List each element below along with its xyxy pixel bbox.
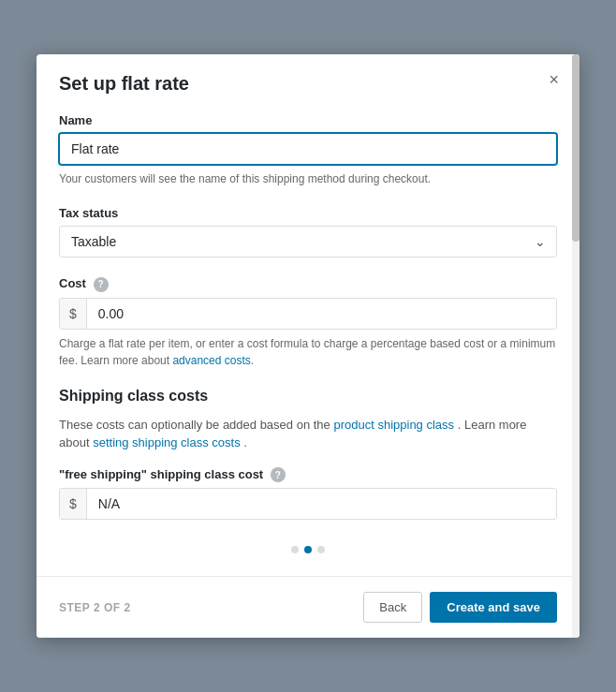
free-shipping-input-wrapper: $ bbox=[59, 488, 557, 520]
modal-header: Set up flat rate × bbox=[37, 54, 579, 95]
free-shipping-field-group: "free shipping" shipping class cost ? $ bbox=[59, 467, 557, 521]
cost-hint: Charge a flat rate per item, or enter a … bbox=[59, 335, 557, 369]
back-button[interactable]: Back bbox=[363, 592, 422, 623]
name-field-group: Name Your customers will see the name of… bbox=[59, 113, 557, 187]
create-and-save-button[interactable]: Create and save bbox=[430, 592, 557, 623]
product-shipping-class-link[interactable]: product shipping class bbox=[333, 418, 454, 432]
scroll-dot-2 bbox=[304, 546, 312, 553]
cost-label: Cost ? bbox=[59, 276, 557, 292]
modal-title: Set up flat rate bbox=[59, 73, 557, 95]
free-shipping-input[interactable] bbox=[87, 489, 556, 519]
advanced-costs-link[interactable]: advanced costs bbox=[172, 354, 250, 367]
cost-input[interactable] bbox=[87, 299, 556, 329]
name-hint: Your customers will see the name of this… bbox=[59, 170, 557, 187]
close-button[interactable]: × bbox=[543, 69, 565, 90]
free-shipping-help-icon[interactable]: ? bbox=[271, 467, 286, 482]
scroll-dot-3 bbox=[317, 546, 325, 553]
footer-buttons: Back Create and save bbox=[363, 592, 557, 623]
scroll-dot-1 bbox=[291, 546, 299, 553]
name-input[interactable] bbox=[59, 133, 557, 165]
tax-status-label: Tax status bbox=[59, 206, 557, 220]
step-label: STEP 2 OF 2 bbox=[59, 601, 131, 614]
scrollbar-track[interactable] bbox=[572, 54, 579, 638]
shipping-class-desc: These costs can optionally be added base… bbox=[59, 416, 557, 452]
tax-status-field-group: Tax status Taxable None ⌄ bbox=[59, 206, 557, 258]
modal-body: Name Your customers will see the name of… bbox=[37, 95, 579, 576]
free-shipping-label: "free shipping" shipping class cost ? bbox=[59, 467, 557, 483]
setting-shipping-class-costs-link[interactable]: setting shipping class costs bbox=[93, 435, 241, 449]
cost-help-icon[interactable]: ? bbox=[94, 277, 109, 292]
scroll-indicator bbox=[59, 538, 557, 557]
shipping-class-section: Shipping class costs These costs can opt… bbox=[59, 388, 557, 521]
modal-footer: STEP 2 OF 2 Back Create and save bbox=[37, 576, 579, 638]
cost-field-group: Cost ? $ Charge a flat rate per item, or… bbox=[59, 276, 557, 369]
tax-status-select[interactable]: Taxable None bbox=[59, 226, 557, 258]
setup-modal: Set up flat rate × Name Your customers w… bbox=[37, 54, 579, 638]
shipping-class-title: Shipping class costs bbox=[59, 388, 557, 405]
tax-status-select-wrapper: Taxable None ⌄ bbox=[59, 226, 557, 258]
cost-prefix: $ bbox=[60, 299, 87, 329]
name-label: Name bbox=[59, 113, 557, 127]
free-shipping-prefix: $ bbox=[60, 489, 87, 519]
cost-input-wrapper: $ bbox=[59, 298, 557, 330]
